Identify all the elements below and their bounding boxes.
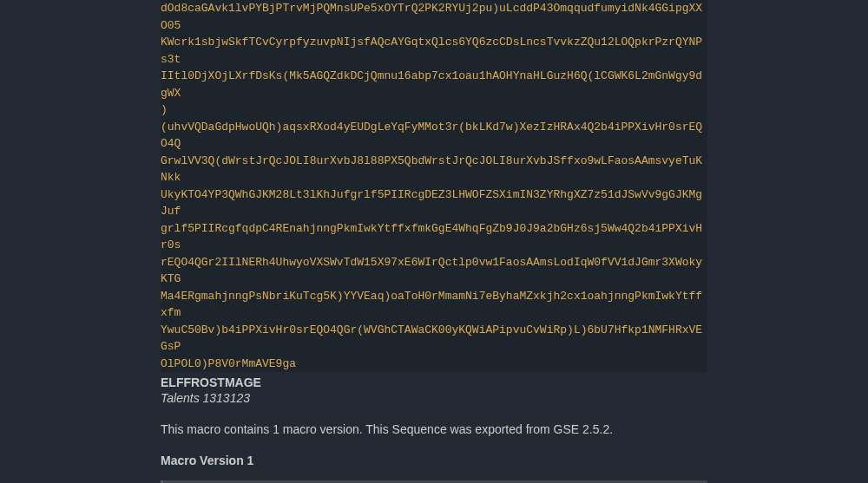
talents-line: Talents 1313123 [161,391,707,405]
encoded-string-block: dOd8caGAvk1lvPYBjPTrvMjPQMnsUPe5xOYTrQ2P… [161,0,707,372]
encoded-line: UkyKTO4YP3QWhGJKM28Lt3lKhJufgrlf5PIIRcgD… [161,186,707,220]
talents-value: 1313123 [203,391,251,405]
encoded-line: Ma4ERgmahjnngPsNbriKuTcg5K)YYVEaq)oaToH0… [161,288,707,322]
encoded-line: ) [161,101,707,119]
encoded-line: dOd8caGAvk1lvPYBjPTrvMjPQMnsUPe5xOYTrQ2P… [161,0,707,34]
talents-label: Talents [161,391,200,405]
encoded-line: rEQO4QGr2IIlNERh4UhwyoVXSWvTdW15X97xE6WI… [161,254,707,288]
encoded-line: IItl0DjXOjLXrfDsKs(Mk5AGQZdkDCjQmnu16abp… [161,68,707,101]
macro-description: This macro contains 1 macro version. Thi… [161,422,707,436]
encoded-line: (uhvVQDaGdpHwoUQh)aqsxRXod4yEUDgLeYqFyMM… [161,119,707,153]
encoded-line: GrwlVV3Q(dWrstJrQcJOLI8urXvbJ8l88PX5QbdW… [161,153,707,186]
version-header: Macro Version 1 [161,454,707,467]
encoded-line: grlf5PIIRcgfqdpC4REnahjnngPkmIwkYtffxfmk… [161,220,707,254]
encoded-line: KWcrk1sbjwSkfTCvCyrpfyzuvpNIjsfAQcAYGqtx… [161,34,707,68]
macro-title: ELFFROSTMAGE [161,375,707,389]
encoded-line: OlPOL0)P8V0rMmAVE9ga [161,356,707,373]
encoded-line: YwuC50Bv)b4iPPXivHr0srEQO4QGr(WVGhCTAWaC… [161,322,707,356]
